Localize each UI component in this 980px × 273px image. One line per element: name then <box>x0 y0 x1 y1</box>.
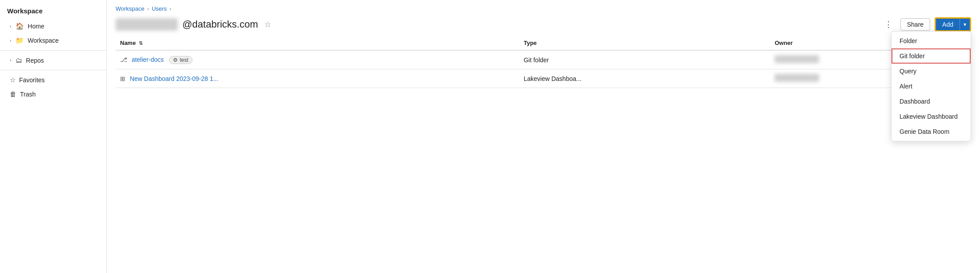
sidebar: Workspace › 🏠 Home › 📁 Workspace › 🗂 Rep… <box>0 0 107 273</box>
add-button-group: Add ▾ <box>935 17 971 32</box>
main-content: Workspace › Users › @databricks.com ☆ ⋮ … <box>107 0 980 273</box>
content-header: @databricks.com ☆ ⋮ Share Add ▾ <box>107 15 980 36</box>
chevron-icon: › <box>10 24 11 29</box>
home-icon: 🏠 <box>16 22 24 30</box>
sidebar-item-label: Repos <box>26 57 44 64</box>
sidebar-title: Workspace <box>0 5 106 19</box>
add-dropdown-button[interactable]: ▾ <box>960 19 970 30</box>
row-type-cell: Git folder <box>519 50 771 69</box>
user-name-blurred <box>116 18 178 31</box>
breadcrumb-sep-1: › <box>147 5 149 12</box>
row-name-cell: ⎇ atelier-docs ⚙ test <box>116 50 519 69</box>
sidebar-item-label: Workspace <box>28 37 59 44</box>
breadcrumb-users[interactable]: Users <box>152 5 167 12</box>
add-button[interactable]: Add <box>936 19 960 30</box>
menu-item-alert[interactable]: Alert <box>892 79 971 94</box>
sidebar-item-label: Home <box>28 23 44 30</box>
favorites-icon: ☆ <box>10 76 16 84</box>
share-button[interactable]: Share <box>900 18 930 31</box>
more-options-button[interactable]: ⋮ <box>881 18 896 31</box>
menu-item-lakeview-dashboard[interactable]: Lakeview Dashboard <box>892 109 971 124</box>
trash-icon: 🗑 <box>10 90 16 98</box>
breadcrumb-workspace[interactable]: Workspace <box>116 5 145 12</box>
add-dropdown-menu: Folder Git folder Query Alert Dashboard … <box>891 31 971 141</box>
row-name-cell: ⊞ New Dashboard 2023-09-28 1... <box>116 69 519 88</box>
chevron-icon: › <box>10 38 11 43</box>
table-row: ⎇ atelier-docs ⚙ test Git folder <box>116 50 971 69</box>
menu-item-dashboard[interactable]: Dashboard <box>892 94 971 109</box>
files-table: Name ⇅ Type Owner ⎇ atelier-docs <box>116 36 971 88</box>
workspace-icon: 📁 <box>16 36 24 44</box>
tag-badge: ⚙ test <box>169 56 192 64</box>
dashboard-icon: ⊞ <box>120 75 125 82</box>
row-type-cell: Lakeview Dashboa... <box>519 69 771 88</box>
user-email: @databricks.com <box>182 19 258 30</box>
sidebar-item-favorites[interactable]: ☆ Favorites <box>3 73 104 87</box>
sidebar-item-label: Trash <box>20 91 36 98</box>
git-folder-icon: ⎇ <box>120 56 127 63</box>
sidebar-item-label: Favorites <box>19 76 45 84</box>
chevron-icon: › <box>10 58 11 63</box>
sidebar-item-trash[interactable]: 🗑 Trash <box>3 87 104 101</box>
sidebar-item-workspace[interactable]: › 📁 Workspace <box>3 33 104 48</box>
file-link[interactable]: atelier-docs <box>132 56 164 63</box>
favorite-star-icon[interactable]: ☆ <box>264 20 271 29</box>
sidebar-item-home[interactable]: › 🏠 Home <box>3 19 104 33</box>
repos-icon: 🗂 <box>16 56 22 64</box>
sidebar-divider <box>0 50 106 51</box>
col-type: Type <box>519 36 771 50</box>
tag-icon: ⚙ <box>173 57 178 63</box>
menu-item-folder[interactable]: Folder <box>892 33 971 48</box>
owner-blurred <box>775 74 819 82</box>
breadcrumb-sep-2: › <box>169 5 171 12</box>
sidebar-item-repos[interactable]: › 🗂 Repos <box>3 53 104 67</box>
owner-blurred <box>775 55 819 63</box>
sort-icon: ⇅ <box>139 40 143 46</box>
menu-item-query[interactable]: Query <box>892 64 971 79</box>
file-link[interactable]: New Dashboard 2023-09-28 1... <box>130 75 218 82</box>
table-container: Name ⇅ Type Owner ⎇ atelier-docs <box>107 36 980 273</box>
sidebar-divider-2 <box>0 70 106 70</box>
table-row: ⊞ New Dashboard 2023-09-28 1... Lakeview… <box>116 69 971 88</box>
col-name[interactable]: Name ⇅ <box>116 36 519 50</box>
breadcrumb: Workspace › Users › <box>107 0 980 15</box>
menu-item-genie-data-room[interactable]: Genie Data Room <box>892 124 971 139</box>
menu-item-git-folder[interactable]: Git folder <box>892 48 971 64</box>
